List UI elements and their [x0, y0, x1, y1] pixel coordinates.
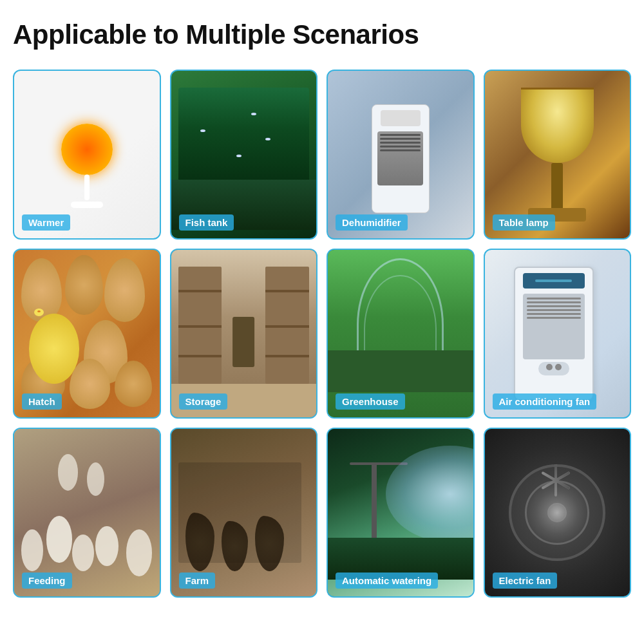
fishtank-label: Fish tank: [179, 214, 234, 231]
tablelamp-label: Table lamp: [493, 214, 555, 231]
greenhouse-label: Greenhouse: [336, 393, 405, 410]
aircon-body: [514, 267, 594, 401]
chicken-3: [72, 535, 94, 571]
aircon-label: Air conditioning fan: [493, 393, 597, 410]
card-warmer: Warmer: [13, 70, 161, 240]
greenhouse-plants: [328, 350, 473, 392]
card-fishtank: Fish tank: [170, 70, 318, 240]
page-title: Applicable to Multiple Scenarios: [13, 19, 631, 50]
card-watering: Automatic watering: [327, 428, 475, 598]
card-farm: Farm: [170, 428, 318, 598]
shelf-left: [178, 267, 222, 384]
hatch-label: Hatch: [22, 393, 62, 410]
electricfan-label: Electric fan: [493, 573, 558, 589]
feeding-label: Feeding: [22, 573, 72, 589]
dehumidifier-label: Dehumidifier: [336, 214, 408, 231]
fish-4: [251, 113, 256, 115]
lamp-stand: [551, 163, 563, 210]
farm-label: Farm: [179, 573, 216, 589]
aircon-wheels: [538, 362, 569, 375]
card-greenhouse: Greenhouse: [327, 249, 475, 419]
dehumidifier-vents: [377, 131, 423, 185]
egg-7: [115, 361, 153, 408]
chick-beak: [37, 310, 41, 312]
watering-label: Automatic watering: [336, 573, 438, 589]
egg-3: [104, 258, 145, 322]
card-aircon: Air conditioning fan: [484, 249, 632, 419]
card-feeding: Feeding: [13, 428, 161, 598]
lamp-shade: [521, 88, 594, 163]
aircon-header: [523, 273, 585, 289]
chicken-1: [21, 529, 43, 571]
fish-2: [236, 155, 242, 157]
storage-label: Storage: [179, 393, 228, 410]
aircon-vents: [523, 294, 585, 359]
card-dehumidifier: Dehumidifier: [327, 70, 475, 240]
fish-1: [200, 129, 205, 132]
shelf-right: [265, 267, 309, 384]
forklift: [232, 317, 254, 367]
chicken-6: [58, 454, 79, 491]
card-electricfan: Electric fan: [484, 428, 632, 598]
card-tablelamp: Table lamp: [484, 70, 632, 240]
warmer-stand: [84, 175, 90, 200]
aircon-brand: [535, 279, 573, 282]
card-hatch: Hatch: [13, 249, 161, 419]
chicken-5: [126, 529, 153, 576]
chick-body: [29, 314, 80, 384]
fish-3: [265, 138, 270, 140]
chicken-7: [87, 462, 104, 496]
fan-hub: [547, 503, 567, 522]
warmer-base: [71, 202, 103, 208]
dehumidifier-display: [381, 110, 421, 126]
dehumidifier-body: [372, 104, 430, 213]
scenario-grid: Warmer Fish tank D: [13, 70, 631, 598]
egg-2: [65, 255, 103, 316]
fishtank-water: [178, 88, 309, 188]
warmer-fan-head: [61, 124, 113, 175]
card-storage: Storage: [170, 249, 318, 419]
chick-head: [34, 308, 44, 316]
page: Applicable to Multiple Scenarios Warmer …: [0, 0, 644, 644]
chicken-2: [46, 516, 73, 563]
warmer-label: Warmer: [22, 214, 70, 231]
